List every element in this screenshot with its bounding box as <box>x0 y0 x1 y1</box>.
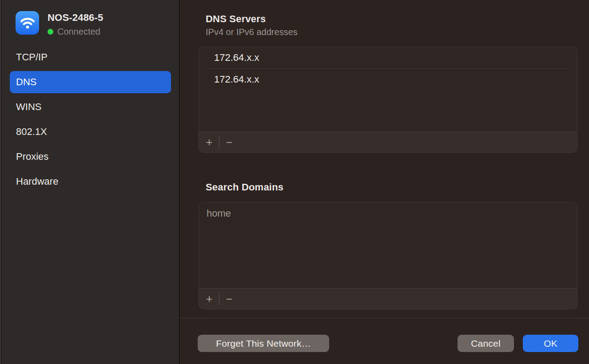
toolbar-divider <box>219 293 219 305</box>
network-header-text: NOS-2486-5 Connected <box>48 11 103 37</box>
dns-servers-title: DNS Servers <box>206 13 266 25</box>
dns-server-entry[interactable]: 172.64.x.x <box>199 47 577 68</box>
wifi-icon <box>16 11 39 35</box>
status-row: Connected <box>48 27 103 37</box>
ok-button[interactable]: OK <box>523 335 578 352</box>
search-domains-list-toolbar: + − <box>199 288 577 309</box>
dns-servers-subtitle: IPv4 or IPv6 addresses <box>206 27 298 37</box>
remove-dns-server-button[interactable]: − <box>223 135 236 149</box>
forget-network-button[interactable]: Forget This Network… <box>198 335 329 352</box>
connected-dot-icon <box>48 29 53 35</box>
sidebar-item-proxies[interactable]: Proxies <box>10 146 171 168</box>
sidebar-item-hardware[interactable]: Hardware <box>10 170 171 193</box>
status-text: Connected <box>57 27 100 37</box>
sidebar-item-tcpip[interactable]: TCP/IP <box>10 46 171 68</box>
search-domains-list: home + − <box>199 202 577 309</box>
search-domain-entry[interactable]: home <box>199 203 577 224</box>
footer-separator <box>180 318 589 318</box>
toolbar-divider <box>219 136 219 148</box>
network-header: NOS-2486-5 Connected <box>2 0 179 37</box>
sidebar-nav: TCP/IP DNS WINS 802.1X Proxies Hardware <box>10 46 171 193</box>
add-dns-server-button[interactable]: + <box>203 135 216 149</box>
sidebar-item-8021x[interactable]: 802.1X <box>10 121 171 143</box>
cancel-button[interactable]: Cancel <box>458 335 514 352</box>
add-search-domain-button[interactable]: + <box>203 292 216 305</box>
network-sidebar: NOS-2486-5 Connected TCP/IP DNS WINS 802… <box>2 0 179 364</box>
sidebar-item-dns[interactable]: DNS <box>10 71 171 93</box>
remove-search-domain-button[interactable]: − <box>223 292 236 305</box>
search-domains-title: Search Domains <box>206 182 283 193</box>
dns-server-entry[interactable]: 172.64.x.x <box>199 69 577 90</box>
dns-pane: DNS Servers IPv4 or IPv6 addresses 172.6… <box>180 0 589 364</box>
sidebar-item-wins[interactable]: WINS <box>10 96 171 118</box>
dns-servers-list-toolbar: + − <box>199 131 577 152</box>
network-name: NOS-2486-5 <box>48 12 103 24</box>
dns-servers-list: 172.64.x.x 172.64.x.x + − <box>199 47 577 153</box>
